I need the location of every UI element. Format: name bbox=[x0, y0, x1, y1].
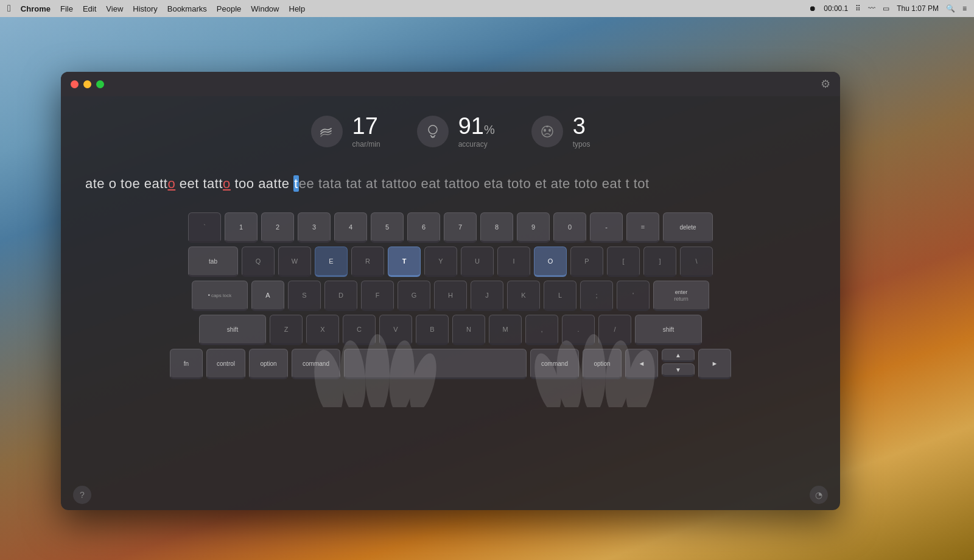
key-option-right[interactable]: option bbox=[583, 349, 622, 379]
key-o[interactable]: O bbox=[534, 247, 567, 277]
svg-point-2 bbox=[544, 129, 546, 132]
key-4[interactable]: 4 bbox=[334, 212, 367, 243]
key-period[interactable]: . bbox=[562, 315, 595, 345]
help-button[interactable]: ? bbox=[73, 486, 91, 504]
key-9[interactable]: 9 bbox=[517, 212, 550, 243]
record-icon: ⏺ bbox=[809, 4, 816, 13]
stats-bar: 17 char/min 91% accuracy bbox=[61, 96, 840, 161]
typed-correct: ate o toe eatt bbox=[85, 176, 167, 191]
speed-value: 17 bbox=[352, 114, 380, 138]
key-w[interactable]: W bbox=[278, 247, 311, 277]
key-comma[interactable]: , bbox=[525, 315, 558, 345]
key-equals[interactable]: = bbox=[626, 212, 659, 243]
key-t[interactable]: T bbox=[388, 247, 421, 277]
key-minus[interactable]: - bbox=[590, 212, 623, 243]
accuracy-stat: 91% accuracy bbox=[417, 114, 495, 149]
svg-point-0 bbox=[429, 125, 437, 134]
key-quote[interactable]: ' bbox=[617, 281, 650, 311]
key-option-left[interactable]: option bbox=[249, 349, 288, 379]
menu-people[interactable]: People bbox=[217, 4, 241, 13]
key-control[interactable]: control bbox=[206, 349, 245, 379]
key-i[interactable]: I bbox=[497, 247, 530, 277]
number-row: ` 1 2 3 4 5 6 7 8 9 0 - = delete bbox=[73, 212, 828, 243]
key-n[interactable]: N bbox=[452, 315, 485, 345]
key-z[interactable]: Z bbox=[270, 315, 303, 345]
key-semicolon[interactable]: ; bbox=[580, 281, 613, 311]
key-shift-right[interactable]: shift bbox=[635, 315, 702, 345]
menu-history[interactable]: History bbox=[133, 4, 157, 13]
menu-icon[interactable]: ≡ bbox=[962, 4, 967, 13]
key-capslock[interactable]: • caps lock bbox=[192, 281, 248, 311]
key-1[interactable]: 1 bbox=[225, 212, 258, 243]
key-space[interactable] bbox=[344, 349, 527, 379]
menu-edit[interactable]: Edit bbox=[83, 4, 96, 13]
key-command-right[interactable]: command bbox=[530, 349, 579, 379]
key-5[interactable]: 5 bbox=[371, 212, 404, 243]
key-f[interactable]: F bbox=[361, 281, 394, 311]
key-8[interactable]: 8 bbox=[480, 212, 513, 243]
key-q[interactable]: Q bbox=[242, 247, 275, 277]
space-row: fn control option command command option… bbox=[73, 349, 828, 379]
key-shift-left[interactable]: shift bbox=[199, 315, 266, 345]
typed-error-1: o bbox=[167, 176, 175, 191]
key-d[interactable]: D bbox=[324, 281, 357, 311]
chart-icon: ◔ bbox=[815, 490, 822, 500]
key-backslash[interactable]: \ bbox=[680, 247, 713, 277]
key-arrow-right[interactable]: ► bbox=[698, 349, 731, 379]
key-enter[interactable]: enter return bbox=[653, 281, 709, 311]
key-g[interactable]: G bbox=[398, 281, 430, 311]
key-tab[interactable]: tab bbox=[188, 247, 238, 277]
key-p[interactable]: P bbox=[570, 247, 603, 277]
key-command-left[interactable]: command bbox=[292, 349, 340, 379]
menubar-right: ⏺ 00:00.1 ⠿ 〰 ▭ Thu 1:07 PM 🔍 ≡ bbox=[809, 4, 967, 13]
key-lbracket[interactable]: [ bbox=[607, 247, 640, 277]
search-icon[interactable]: 🔍 bbox=[946, 4, 955, 13]
menu-help[interactable]: Help bbox=[289, 4, 306, 13]
key-arrow-left[interactable]: ◄ bbox=[625, 349, 658, 379]
accuracy-icon bbox=[417, 116, 449, 147]
typos-stat: 3 typos bbox=[531, 114, 590, 149]
menu-window[interactable]: Window bbox=[251, 4, 279, 13]
key-x[interactable]: X bbox=[306, 315, 339, 345]
key-3[interactable]: 3 bbox=[298, 212, 331, 243]
key-fn[interactable]: fn bbox=[170, 349, 203, 379]
key-arrow-down[interactable]: ▼ bbox=[662, 363, 695, 377]
key-j[interactable]: J bbox=[471, 281, 503, 311]
key-7[interactable]: 7 bbox=[444, 212, 477, 243]
key-h[interactable]: H bbox=[434, 281, 467, 311]
key-y[interactable]: Y bbox=[424, 247, 457, 277]
typos-content: 3 typos bbox=[573, 114, 590, 149]
key-a[interactable]: A bbox=[251, 281, 284, 311]
keyboard: ` 1 2 3 4 5 6 7 8 9 0 - = delete bbox=[61, 206, 840, 389]
menubar:  Chrome File Edit View History Bookmark… bbox=[0, 0, 974, 17]
stats-button[interactable]: ◔ bbox=[810, 486, 828, 504]
key-r[interactable]: R bbox=[351, 247, 384, 277]
key-v[interactable]: V bbox=[379, 315, 412, 345]
key-6[interactable]: 6 bbox=[407, 212, 440, 243]
key-m[interactable]: M bbox=[489, 315, 522, 345]
maximize-button[interactable] bbox=[96, 80, 104, 88]
menu-file[interactable]: File bbox=[60, 4, 73, 13]
remaining-text: ee tata tat at tattoo eat tattoo eta tot… bbox=[299, 176, 650, 191]
speed-stat: 17 char/min bbox=[311, 114, 380, 149]
typed-correct-2: eet tatt bbox=[175, 176, 223, 191]
key-u[interactable]: U bbox=[461, 247, 494, 277]
key-k[interactable]: K bbox=[507, 281, 540, 311]
key-l[interactable]: L bbox=[544, 281, 576, 311]
key-c[interactable]: C bbox=[343, 315, 376, 345]
key-2[interactable]: 2 bbox=[261, 212, 294, 243]
key-e[interactable]: E bbox=[315, 247, 348, 277]
minimize-button[interactable] bbox=[83, 80, 91, 88]
key-backtick[interactable]: ` bbox=[188, 212, 221, 243]
key-rbracket[interactable]: ] bbox=[643, 247, 676, 277]
key-slash[interactable]: / bbox=[598, 315, 631, 345]
menu-view[interactable]: View bbox=[106, 4, 123, 13]
gear-icon[interactable]: ⚙ bbox=[821, 77, 830, 91]
menu-bookmarks[interactable]: Bookmarks bbox=[167, 4, 207, 13]
key-0[interactable]: 0 bbox=[553, 212, 586, 243]
key-b[interactable]: B bbox=[416, 315, 449, 345]
key-delete[interactable]: delete bbox=[663, 212, 713, 243]
key-arrow-up[interactable]: ▲ bbox=[662, 349, 695, 362]
key-s[interactable]: S bbox=[288, 281, 321, 311]
close-button[interactable] bbox=[71, 80, 79, 88]
